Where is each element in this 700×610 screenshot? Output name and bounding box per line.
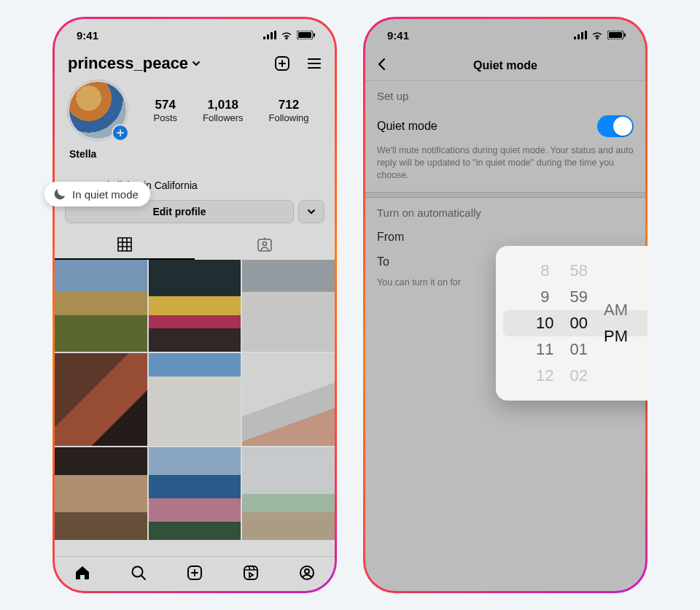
photo-tile[interactable] — [242, 447, 335, 540]
username-dropdown[interactable]: princess_peace — [68, 54, 201, 73]
nav-profile[interactable] — [298, 564, 316, 584]
nav-home[interactable] — [74, 564, 91, 584]
time-picker[interactable]: 8 9 10 11 12 58 59 00 01 02 AM PM — [496, 246, 648, 401]
plus-square-icon — [186, 564, 203, 582]
hamburger-icon — [306, 55, 323, 72]
profile-icon — [298, 564, 316, 582]
stat-followers-label: Followers — [203, 112, 244, 123]
screen-profile: 9:41 princess_peace — [55, 19, 335, 591]
svg-point-14 — [305, 569, 309, 574]
quiet-mode-label: In quiet mode — [72, 188, 139, 201]
nav-reels[interactable] — [242, 564, 260, 584]
menu-button[interactable] — [306, 55, 323, 72]
svg-rect-0 — [263, 36, 265, 39]
svg-rect-16 — [578, 34, 580, 39]
battery-icon — [297, 31, 316, 39]
picker-hour-option[interactable]: 11 — [536, 340, 553, 359]
photo-tile[interactable] — [149, 353, 241, 446]
svg-rect-12 — [244, 566, 257, 579]
picker-hour-option[interactable]: 9 — [540, 287, 549, 306]
profile-tabs — [55, 229, 335, 260]
person-tag-icon — [256, 236, 273, 253]
chevron-down-icon — [306, 206, 316, 217]
status-time: 9:41 — [387, 29, 409, 42]
stat-posts-label: Posts — [153, 112, 177, 123]
discover-people-button[interactable] — [298, 200, 324, 223]
photo-tile[interactable] — [149, 260, 241, 352]
plus-square-icon — [273, 55, 291, 72]
picker-hour-option[interactable]: 8 — [540, 261, 549, 280]
wifi-icon — [281, 31, 292, 39]
nav-create[interactable] — [186, 564, 203, 584]
quiet-mode-badge: In quiet mode — [44, 182, 150, 206]
picker-minute-option[interactable]: 59 — [570, 287, 588, 306]
stat-following[interactable]: 712 Following — [269, 98, 309, 123]
back-button[interactable] — [376, 58, 389, 74]
search-icon — [130, 564, 147, 582]
picker-minute-option[interactable]: 01 — [570, 340, 588, 359]
quiet-pill-spacer — [69, 163, 320, 179]
avatar[interactable] — [68, 80, 128, 140]
create-post-button[interactable] — [273, 55, 291, 72]
header-actions — [273, 55, 323, 72]
to-label: To — [377, 255, 389, 268]
quiet-mode-toggle-row: Quiet mode — [365, 108, 645, 144]
phone-profile: 9:41 princess_peace — [52, 17, 337, 593]
svg-rect-5 — [298, 32, 311, 38]
photo-tile[interactable] — [242, 260, 335, 352]
cellular-icon — [263, 31, 276, 39]
svg-rect-1 — [267, 34, 269, 39]
status-time: 9:41 — [77, 29, 98, 42]
edit-profile-label: Edit profile — [152, 206, 206, 217]
photo-tile[interactable] — [242, 353, 335, 446]
stat-following-count: 712 — [269, 98, 309, 112]
stat-posts-count: 574 — [153, 98, 177, 112]
picker-minute-option[interactable]: 02 — [570, 366, 588, 385]
wifi-icon — [591, 31, 603, 39]
bottom-nav — [55, 556, 335, 591]
phone-settings: 9:41 Quiet mode Set up Quiet mode We'll … — [363, 17, 648, 593]
section-setup-label: Set up — [365, 81, 645, 108]
profile-stats-row: 574 Posts 1,018 Followers 712 Following — [55, 77, 335, 143]
picker-hour-option[interactable]: 12 — [536, 366, 553, 385]
svg-rect-20 — [609, 32, 622, 38]
cellular-icon — [574, 31, 587, 39]
photo-tile[interactable] — [55, 260, 147, 352]
photo-tile[interactable] — [149, 447, 241, 540]
quiet-mode-toggle-label: Quiet mode — [377, 120, 438, 133]
stat-followers-count: 1,018 — [203, 98, 244, 112]
svg-rect-18 — [585, 31, 587, 39]
svg-rect-3 — [274, 31, 276, 39]
home-icon — [74, 564, 91, 582]
moon-icon — [53, 188, 66, 201]
picker-minute-option[interactable]: 58 — [570, 261, 588, 280]
status-indicators — [574, 31, 626, 39]
stat-following-label: Following — [269, 112, 309, 123]
tab-tagged[interactable] — [195, 229, 335, 260]
plus-icon — [116, 128, 125, 137]
reels-icon — [242, 564, 260, 582]
username-text: princess_peace — [68, 54, 188, 73]
section-divider — [365, 192, 645, 198]
svg-rect-6 — [314, 34, 315, 37]
tab-grid[interactable] — [55, 229, 195, 260]
stat-posts[interactable]: 574 Posts — [153, 98, 177, 123]
nav-search[interactable] — [130, 564, 147, 584]
stat-followers[interactable]: 1,018 Followers — [203, 98, 244, 123]
profile-header: princess_peace — [55, 51, 335, 77]
quiet-mode-description: We'll mute notifications during quiet mo… — [365, 144, 645, 192]
photo-tile[interactable] — [55, 447, 147, 540]
status-bar: 9:41 — [365, 19, 645, 51]
svg-rect-15 — [574, 36, 576, 39]
settings-title: Quiet mode — [473, 59, 537, 72]
from-label: From — [377, 231, 404, 243]
status-bar: 9:41 — [55, 19, 335, 51]
photo-grid — [55, 260, 335, 540]
grid-icon — [117, 236, 133, 252]
photo-tile[interactable] — [55, 353, 147, 446]
chevron-left-icon — [376, 58, 389, 71]
svg-rect-17 — [581, 32, 583, 39]
quiet-mode-toggle[interactable] — [597, 115, 634, 137]
avatar-add-badge[interactable] — [112, 124, 129, 142]
svg-point-9 — [263, 242, 267, 245]
